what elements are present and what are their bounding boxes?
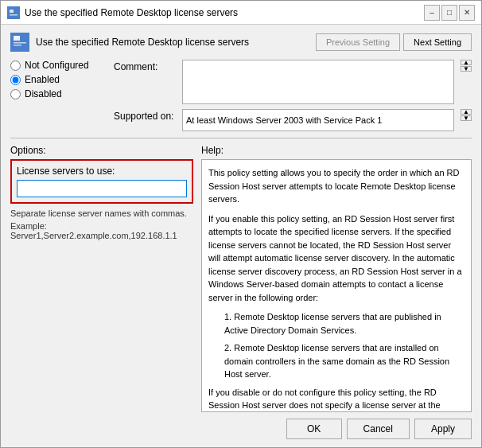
- next-setting-button[interactable]: Next Setting: [403, 33, 472, 51]
- svg-rect-6: [14, 45, 21, 46]
- enabled-label: Enabled: [25, 74, 60, 85]
- window-icon: [7, 6, 20, 19]
- supported-value: At least Windows Server 2003 with Servic…: [182, 109, 454, 131]
- apply-button[interactable]: Apply: [414, 419, 472, 439]
- header-icon: [10, 33, 29, 52]
- minimize-button[interactable]: –: [424, 5, 440, 21]
- svg-rect-5: [14, 42, 26, 44]
- svg-rect-2: [10, 14, 17, 16]
- window-title: Use the specified Remote Desktop license…: [25, 7, 238, 18]
- comment-supported-section: Comment: ▲ ▼ Supported on: At least Wind…: [114, 60, 472, 131]
- help-para-4: 2. Remote Desktop license servers that a…: [224, 341, 465, 381]
- maximize-button[interactable]: □: [441, 5, 457, 21]
- help-para-1: This policy setting allows you to specif…: [208, 166, 465, 206]
- svg-rect-4: [14, 36, 20, 41]
- header-title: Use the specified Remote Desktop license…: [36, 37, 309, 48]
- not-configured-label: Not Configured: [25, 60, 89, 71]
- main-window: Use the specified Remote Desktop license…: [0, 0, 482, 448]
- help-panel-label: Help:: [201, 145, 224, 156]
- supported-scroll-down[interactable]: ▼: [461, 115, 472, 121]
- enabled-option[interactable]: Enabled: [10, 74, 106, 85]
- help-panel: This policy setting allows you to specif…: [201, 159, 472, 412]
- help-content: This policy setting allows you to specif…: [201, 159, 472, 412]
- options-panel: License servers to use: Separate license…: [10, 159, 193, 412]
- cancel-button[interactable]: Cancel: [347, 419, 410, 439]
- comment-label: Comment:: [114, 60, 177, 72]
- title-bar-left: Use the specified Remote Desktop license…: [7, 6, 238, 19]
- disabled-option[interactable]: Disabled: [10, 88, 106, 99]
- license-servers-input[interactable]: [17, 180, 187, 197]
- comment-row: Comment: ▲ ▼: [114, 60, 472, 104]
- help-para-5: If you disable or do not configure this …: [208, 386, 465, 413]
- svg-rect-8: [15, 49, 25, 51]
- divider: [10, 138, 472, 138]
- supported-scroll-up[interactable]: ▲: [461, 109, 472, 115]
- panel-labels-row: Options: Help:: [10, 145, 472, 156]
- supported-label: Supported on:: [114, 109, 177, 122]
- options-panel-label: Options:: [10, 145, 46, 156]
- bottom-buttons: OK Cancel Apply: [1, 412, 481, 447]
- radio-section: Not Configured Enabled Disabled: [10, 60, 106, 131]
- header-row: Use the specified Remote Desktop license…: [10, 33, 472, 52]
- comment-textarea[interactable]: [182, 60, 454, 104]
- title-bar-controls: – □ ✕: [424, 5, 475, 21]
- svg-rect-1: [10, 10, 14, 13]
- close-button[interactable]: ✕: [459, 5, 475, 21]
- content-area: Use the specified Remote Desktop license…: [1, 25, 481, 412]
- help-para-3: 1. Remote Desktop license servers that a…: [224, 310, 465, 337]
- comment-scroll-down[interactable]: ▼: [461, 66, 472, 72]
- prev-setting-button[interactable]: Previous Setting: [316, 33, 400, 51]
- license-servers-label: License servers to use:: [17, 166, 187, 177]
- options-help-row: License servers to use: Separate license…: [10, 159, 472, 412]
- supported-row: Supported on: At least Windows Server 20…: [114, 109, 472, 131]
- help-para-2: If you enable this policy setting, an RD…: [208, 212, 465, 305]
- nav-buttons: Previous Setting Next Setting: [316, 33, 472, 51]
- upper-section: Not Configured Enabled Disabled Comment:…: [10, 60, 472, 131]
- svg-rect-7: [17, 47, 22, 49]
- license-servers-box: License servers to use:: [10, 159, 193, 204]
- title-bar: Use the specified Remote Desktop license…: [1, 1, 481, 25]
- comment-scroll-up[interactable]: ▲: [461, 60, 472, 65]
- not-configured-option[interactable]: Not Configured: [10, 60, 106, 71]
- example-note: Example: Server1,Server2.example.com,192…: [10, 221, 193, 240]
- disabled-label: Disabled: [25, 88, 62, 99]
- separate-note: Separate license server names with comma…: [10, 208, 193, 218]
- ok-button[interactable]: OK: [286, 419, 342, 439]
